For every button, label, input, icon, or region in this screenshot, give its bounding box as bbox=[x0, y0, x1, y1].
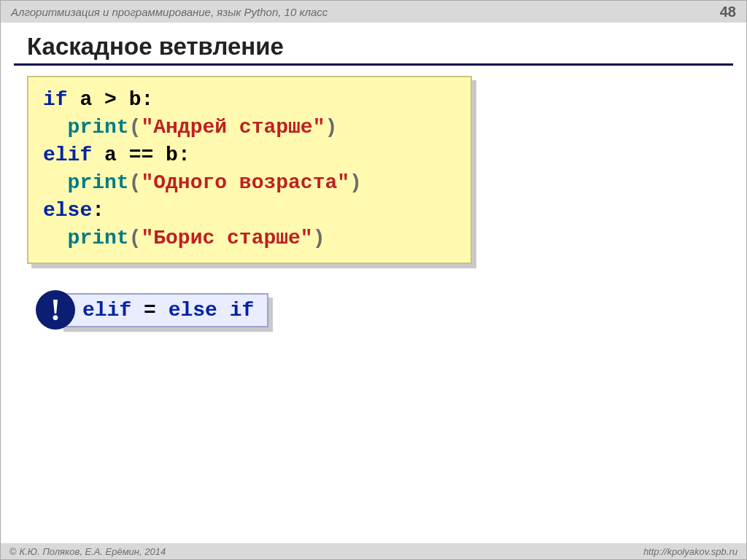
code-block: if a > b: print("Андрей старше") elif a … bbox=[27, 76, 472, 264]
note-rhs: else if bbox=[169, 299, 255, 322]
code-line-1: if a > b: bbox=[43, 86, 459, 114]
header-bar: Алгоритмизация и программирование, язык … bbox=[1, 1, 746, 23]
code-line-4: print("Одного возраста") bbox=[43, 169, 459, 197]
cond2-b: b bbox=[166, 144, 178, 166]
page-number: 48 bbox=[720, 4, 736, 20]
title-underline bbox=[14, 63, 733, 66]
rparen3: ) bbox=[313, 227, 325, 249]
note-box: elif = else if bbox=[59, 293, 268, 327]
cond1-op: > bbox=[104, 88, 117, 111]
code-line-3: elif a == b: bbox=[43, 141, 459, 169]
rparen1: ) bbox=[325, 116, 337, 139]
cond1-b: b bbox=[129, 88, 142, 111]
footer-url: http://kpolyakov.spb.ru bbox=[643, 546, 738, 557]
str1: "Андрей старше" bbox=[141, 116, 325, 139]
code-line-2: print("Андрей старше") bbox=[43, 114, 459, 141]
lparen1: ( bbox=[129, 116, 142, 139]
kw-else: else bbox=[43, 199, 92, 222]
footer-bar: К.Ю. Поляков, Е.А. Ерёмин, 2014 http://k… bbox=[1, 543, 746, 559]
bang-icon: ! bbox=[36, 290, 75, 330]
fn-print-2: print bbox=[68, 171, 129, 194]
colon1: : bbox=[141, 88, 153, 111]
cond2-a: a bbox=[104, 144, 117, 166]
lparen2: ( bbox=[129, 171, 142, 194]
code-line-5: else: bbox=[43, 197, 459, 225]
rparen2: ) bbox=[349, 171, 362, 194]
fn-print-3: print bbox=[68, 227, 129, 249]
code-line-6: print("Борис старше") bbox=[43, 225, 459, 252]
header-subject: Алгоритмизация и программирование, язык … bbox=[11, 6, 328, 18]
note-eq: = bbox=[131, 299, 168, 322]
lparen3: ( bbox=[129, 227, 142, 249]
note: ! elif = else if bbox=[36, 290, 746, 330]
slide-title: Каскадное ветвление bbox=[27, 33, 746, 61]
str2: "Одного возраста" bbox=[141, 171, 349, 194]
cond2-op: == bbox=[129, 144, 154, 166]
str3: "Борис старше" bbox=[141, 227, 312, 249]
fn-print-1: print bbox=[68, 116, 129, 139]
kw-if: if bbox=[43, 88, 68, 111]
colon3: : bbox=[92, 199, 104, 222]
kw-elif: elif bbox=[43, 144, 92, 166]
note-lhs: elif bbox=[82, 299, 131, 322]
cond1-a: a bbox=[80, 88, 92, 111]
colon2: : bbox=[178, 144, 190, 166]
footer-authors: К.Ю. Поляков, Е.А. Ерёмин, 2014 bbox=[9, 546, 166, 557]
